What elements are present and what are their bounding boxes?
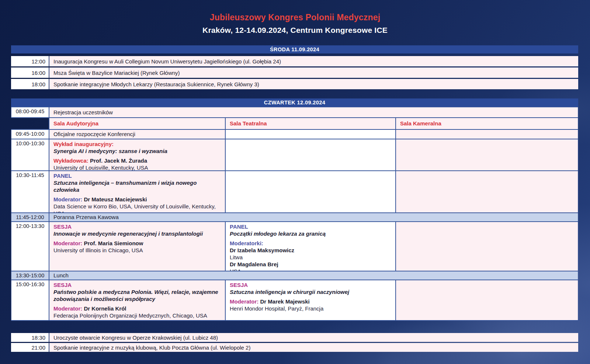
- room-header-teatralna: Sala Teatralna: [226, 118, 396, 129]
- moderator-name: Dr Kornelia Król: [84, 305, 126, 312]
- thursday-table-body: 08:00-09:45 Rejestracja uczestników Sala…: [11, 107, 578, 321]
- session-title: Sztuczna inteligencja w chirurgii naczyn…: [230, 288, 391, 295]
- coffee-break-row: 11:45-12:00 Poranna Przerwa Kawowa: [11, 212, 578, 221]
- time-cell: 15:00-16:30: [11, 280, 49, 320]
- speaker-affiliation: University of Louisville, Kentucky, USA: [53, 164, 221, 170]
- wednesday-day-header: ŚRODA 11.09.2024: [11, 45, 578, 53]
- time-cell: 12:00: [11, 56, 49, 66]
- room-header-label: Sala Kameralna: [400, 120, 441, 127]
- moderator-name: Dr Magdalena Brej: [230, 261, 391, 268]
- room-header-label: Sala Teatralna: [230, 120, 267, 127]
- moderator-block: Moderator: Dr Marek Majewski Henri Mondo…: [230, 298, 391, 312]
- event-cell: Spotkanie integracyjne z muzyką klubową,…: [49, 343, 578, 352]
- moderator-name: Dr Izabela Maksymowicz: [230, 247, 391, 254]
- empty-cell: [226, 139, 396, 170]
- room-header-audytoryjna: Sala Audytoryjna: [49, 118, 226, 129]
- session-cell: SESJA Sztuczna inteligencja w chirurgii …: [226, 280, 396, 320]
- time-cell-empty: [11, 118, 49, 129]
- session-type-label: PANEL: [230, 223, 391, 230]
- empty-cell: [396, 130, 578, 139]
- time-cell: 18:00: [11, 79, 49, 89]
- table-row: 16:00 Msza Święta w Bazylice Mariackiej …: [11, 67, 578, 78]
- event-cell: Spotkanie integracyjne Młodych Lekarzy (…: [49, 79, 578, 89]
- table-row: 18:30 Uroczyste otwarcie Kongresu w Oper…: [11, 333, 578, 342]
- event-cell: Msza Święta w Bazylice Mariackiej (Rynek…: [49, 67, 578, 78]
- session-title: Innowacje w medycynie regeneracyjnej i t…: [53, 230, 221, 237]
- time-cell: 21:00: [11, 343, 49, 352]
- moderator-label: Moderator:: [230, 298, 258, 305]
- opening-row: 09:45-10:00 Oficjalne rozpoczęcie Konfer…: [11, 129, 578, 139]
- moderator-label: Moderator:: [53, 240, 82, 246]
- session-type-label: PANEL: [53, 172, 221, 179]
- time-cell: 11:45-12:00: [11, 213, 49, 221]
- session-title: Sztuczna inteligencja – transhumanizm i …: [53, 179, 221, 193]
- time-cell: 12:00-13:30: [11, 222, 49, 271]
- empty-cell: [396, 280, 578, 320]
- event-cell: Uroczyste otwarcie Kongresu w Operze Kra…: [49, 333, 578, 342]
- session-cell: PANEL Początki młodego lekarza za granic…: [226, 222, 396, 271]
- room-header-kameralna: Sala Kameralna: [396, 118, 578, 129]
- speaker-name: Prof. Jacek M. Żurada: [90, 157, 147, 164]
- break-cell: Poranna Przerwa Kawowa: [49, 213, 578, 221]
- break-cell: Lunch: [49, 271, 578, 280]
- page-header: Jubileuszowy Kongres Polonii Medycznej K…: [0, 13, 590, 35]
- empty-cell: [226, 130, 396, 139]
- room-header-label: Sala Audytoryjna: [53, 120, 98, 127]
- moderator-name: Dr Marek Majewski: [260, 298, 310, 305]
- thursday-day-header: CZWARTEK 12.09.2024: [11, 98, 578, 107]
- empty-cell: [396, 171, 578, 212]
- moderator-affiliation: Data Science w Korro Bio, USA, Universit…: [53, 203, 221, 212]
- time-cell: 18:30: [11, 333, 49, 342]
- ai-panel-row: 10:30-11:45 PANEL Sztuczna inteligencja …: [11, 170, 578, 212]
- moderator-country: USA: [230, 268, 391, 271]
- session-title: Państwo polskie a medyczna Polonia. Więz…: [53, 288, 221, 302]
- event-cell: Inauguracja Kongresu w Auli Collegium No…: [49, 56, 578, 66]
- room-header-row: Sala Audytoryjna Sala Teatralna Sala Kam…: [11, 117, 578, 129]
- midday-sessions-row: 12:00-13:30 SESJA Innowacje w medycynie …: [11, 221, 578, 271]
- registration-row: 08:00-09:45 Rejestracja uczestników: [11, 107, 578, 117]
- evening-table: 18:30 Uroczyste otwarcie Kongresu w Oper…: [11, 333, 578, 352]
- time-cell: 10:30-11:45: [11, 171, 49, 212]
- moderator-country: Litwa: [230, 254, 391, 261]
- session-cell: PANEL Sztuczna inteligencja – transhuman…: [49, 171, 226, 212]
- session-title: Początki młodego lekarza za granicą: [230, 230, 391, 237]
- session-cell: SESJA Innowacje w medycynie regeneracyjn…: [49, 222, 226, 271]
- day-header-label: CZWARTEK 12.09.2024: [264, 100, 325, 105]
- congress-subtitle: Kraków, 12-14.09.2024, Centrum Kongresow…: [0, 26, 590, 35]
- wednesday-table: ŚRODA 11.09.2024 12:00 Inauguracja Kongr…: [11, 45, 578, 89]
- moderator-label: Moderator:: [53, 305, 82, 312]
- session-title: Synergia AI i medycyny: szanse i wyzwani…: [53, 148, 221, 155]
- time-cell: 08:00-09:45: [11, 107, 49, 117]
- table-row: 12:00 Inauguracja Kongresu w Auli Colleg…: [11, 56, 578, 66]
- lunch-row: 13:30-15:00 Lunch: [11, 271, 578, 280]
- empty-cell: [396, 139, 578, 170]
- session-type-label: SESJA: [230, 281, 391, 288]
- session-cell: Wykład inauguracyjny: Synergia AI i medy…: [49, 139, 226, 170]
- inaugural-lecture-row: 10:00-10:30 Wykład inauguracyjny: Synerg…: [11, 139, 578, 170]
- congress-program-page: Jubileuszowy Kongres Polonii Medycznej K…: [0, 0, 590, 364]
- session-type-label: SESJA: [53, 223, 221, 230]
- moderator-affiliation: Federacja Polonijnych Organizacji Medycz…: [53, 312, 221, 319]
- moderators-label: Moderatorki:: [230, 240, 391, 247]
- event-cell: Oficjalne rozpoczęcie Konferencji: [49, 130, 226, 139]
- congress-title: Jubileuszowy Kongres Polonii Medycznej: [0, 13, 590, 22]
- afternoon-sessions-row: 15:00-16:30 SESJA Państwo polskie a medy…: [11, 280, 578, 320]
- moderator-name: Dr Mateusz Maciejewski: [84, 196, 147, 202]
- moderator-block: Moderator: Dr Mateusz Maciejewski Data S…: [53, 196, 221, 212]
- table-row: 18:00 Spotkanie integracyjne Młodych Lek…: [11, 79, 578, 89]
- empty-cell: [396, 222, 578, 271]
- thursday-table: CZWARTEK 12.09.2024 08:00-09:45 Rejestra…: [11, 98, 578, 321]
- time-cell: 10:00-10:30: [11, 139, 49, 170]
- empty-cell: [226, 171, 396, 212]
- speaker-block: Wykładowca: Prof. Jacek M. Żurada Univer…: [53, 157, 221, 170]
- speaker-label: Wykładowca:: [53, 157, 88, 164]
- event-cell: Rejestracja uczestników: [49, 107, 578, 117]
- moderator-label: Moderator:: [53, 196, 82, 202]
- moderator-affiliation: Henri Mondor Hospital, Paryż, Francja: [230, 305, 391, 312]
- moderators-block: Moderatorki: Dr Izabela Maksymowicz Litw…: [230, 240, 391, 271]
- moderator-block: Moderator: Prof. Maria Siemionow Univers…: [53, 240, 221, 254]
- moderator-affiliation: University of Illinois in Chicago, USA: [53, 247, 221, 254]
- moderator-name: Prof. Maria Siemionow: [84, 240, 143, 246]
- time-cell: 13:30-15:00: [11, 271, 49, 280]
- time-cell: 16:00: [11, 67, 49, 78]
